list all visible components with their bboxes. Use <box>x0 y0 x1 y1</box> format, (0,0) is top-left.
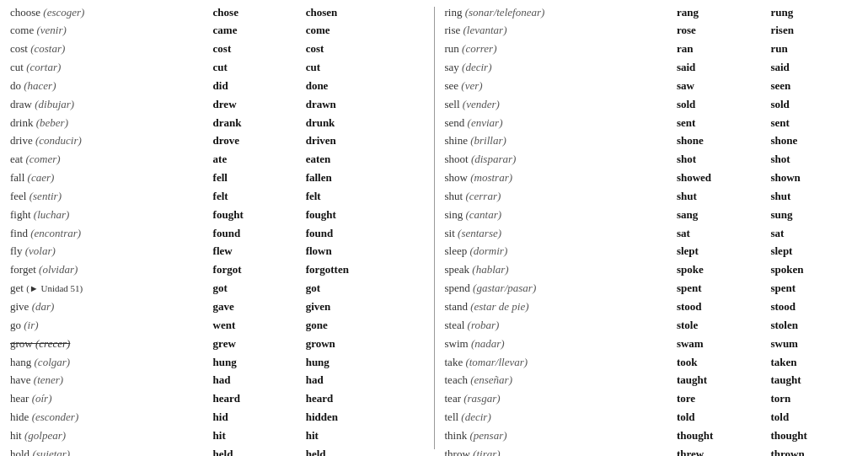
verb-cell: stand (estar de pie) <box>442 298 673 317</box>
table-row: feel (sentir)feltfelt <box>7 187 427 206</box>
verb-name: take <box>445 356 466 368</box>
past-simple-cell: cut <box>210 59 303 78</box>
past-simple-cell: sold <box>673 95 768 114</box>
past-participle-cell: sat <box>767 224 861 243</box>
verb-cell: shoot (disparar) <box>442 151 673 169</box>
verb-name: forget <box>10 263 39 276</box>
past-simple-cell: stood <box>673 298 768 317</box>
verb-cell: fly (volar) <box>7 243 210 261</box>
table-row: sleep (dormir)sleptslept <box>442 243 862 261</box>
verb-translation: (dibujar) <box>35 98 74 110</box>
verb-cell: sing (cantar) <box>442 206 673 224</box>
verb-name: drive <box>10 134 35 147</box>
verb-cell: cut (cortar) <box>7 59 210 78</box>
past-participle-cell: flown <box>303 243 427 261</box>
verb-translation: (enseñar) <box>470 373 512 386</box>
verb-cell: go (ir) <box>7 316 210 335</box>
verb-cell: choose (escoger) <box>7 3 210 22</box>
past-simple-cell: sent <box>673 114 768 132</box>
past-participle-cell: heard <box>303 390 427 409</box>
table-row: get (► Unidad 51)gotgot <box>7 280 427 298</box>
verb-name: swim <box>445 337 471 350</box>
verb-cell: cost (costar) <box>7 40 210 59</box>
verb-cell: say (decir) <box>442 59 673 78</box>
past-participle-cell: cost <box>303 40 427 59</box>
table-row: tell (decir)toldtold <box>442 409 862 427</box>
table-row: speak (hablar)spokespoken <box>442 261 862 280</box>
verb-translation: (decir) <box>462 61 491 73</box>
verb-translation: (vender) <box>463 98 500 110</box>
verb-translation: (cortar) <box>26 61 61 73</box>
table-row: choose (escoger)chosechosen <box>7 3 427 22</box>
table-row: hit (golpear)hithit <box>7 426 427 445</box>
past-participle-cell: rung <box>767 3 861 22</box>
table-row: hold (sujetar)heldheld <box>7 445 427 456</box>
table-row: spend (gastar/pasar)spentspent <box>442 280 862 298</box>
verb-translation: (olvidar) <box>39 263 78 276</box>
table-row: take (tomar/llevar)tooktaken <box>442 353 862 372</box>
past-simple-cell: spoke <box>673 261 768 280</box>
table-row: sell (vender)soldsold <box>442 95 862 114</box>
verb-name: cut <box>10 61 26 73</box>
past-participle-cell: stood <box>767 298 861 317</box>
verb-name: throw <box>445 448 474 456</box>
verb-cell: grow (crecer) <box>7 335 210 353</box>
verb-cell: tear (rasgar) <box>442 390 673 409</box>
past-participle-cell: had <box>303 372 427 390</box>
verb-translation: (mostrar) <box>470 171 512 184</box>
past-participle-cell: run <box>767 40 861 59</box>
verb-cell: drive (conducir) <box>7 132 210 151</box>
past-simple-cell: swam <box>673 335 768 353</box>
verb-translation: (sentir) <box>29 190 62 202</box>
table-row: sing (cantar)sangsung <box>442 206 862 224</box>
verb-translation: (volar) <box>25 244 56 257</box>
past-simple-cell: found <box>210 224 303 243</box>
verb-name: hit <box>10 429 24 442</box>
table-row: ring (sonar/telefonear)rangrung <box>442 3 862 22</box>
verb-cell: think (pensar) <box>442 426 673 445</box>
verb-translation: (levantar) <box>463 24 507 36</box>
past-participle-cell: said <box>767 59 861 78</box>
past-participle-cell: spoken <box>767 261 861 280</box>
table-row: swim (nadar)swamswum <box>442 335 862 353</box>
verb-translation: (luchar) <box>34 208 70 221</box>
verb-name: tear <box>445 392 464 405</box>
past-simple-cell: flew <box>210 243 303 261</box>
past-participle-cell: swum <box>767 335 861 353</box>
verb-translation: (conducir) <box>35 134 82 147</box>
past-simple-cell: shut <box>673 187 768 206</box>
past-participle-cell: felt <box>303 187 427 206</box>
table-row: see (ver)sawseen <box>442 77 862 95</box>
table-row: have (tener)hadhad <box>7 372 427 390</box>
verb-name: hear <box>10 392 32 405</box>
verb-name: shine <box>445 134 471 147</box>
past-simple-cell: went <box>210 316 303 335</box>
past-participle-cell: fought <box>303 206 427 224</box>
verb-translation: (encontrar) <box>30 227 81 239</box>
verb-translation: (tomar/llevar) <box>465 356 528 368</box>
past-simple-cell: showed <box>673 169 768 188</box>
table-row: tear (rasgar)toretorn <box>442 390 862 409</box>
past-participle-cell: driven <box>303 132 427 151</box>
verb-cell: ring (sonar/telefonear) <box>442 3 673 22</box>
table-row: teach (enseñar)taughttaught <box>442 372 862 390</box>
right-table: ring (sonar/telefonear)rangrungrise (lev… <box>442 3 862 456</box>
table-row: hide (esconder)hidhidden <box>7 409 427 427</box>
past-participle-cell: held <box>303 445 427 456</box>
past-participle-cell: hidden <box>303 409 427 427</box>
past-participle-cell: grown <box>303 335 427 353</box>
verb-translation: (cantar) <box>465 208 501 221</box>
past-simple-cell: fell <box>210 169 303 188</box>
verb-cell: come (venir) <box>7 22 210 40</box>
verb-name: spend <box>445 282 474 294</box>
verb-cell: show (mostrar) <box>442 169 673 188</box>
verb-name: sell <box>445 98 463 110</box>
past-simple-cell: came <box>210 22 303 40</box>
table-row: sit (sentarse)satsat <box>442 224 862 243</box>
past-participle-cell: hit <box>303 426 427 445</box>
verb-cell: feel (sentir) <box>7 187 210 206</box>
verb-translation: (disparar) <box>471 153 516 165</box>
verb-translation: (nadar) <box>471 337 505 350</box>
past-simple-cell: fought <box>210 206 303 224</box>
verb-cell: throw (tirar) <box>442 445 673 456</box>
